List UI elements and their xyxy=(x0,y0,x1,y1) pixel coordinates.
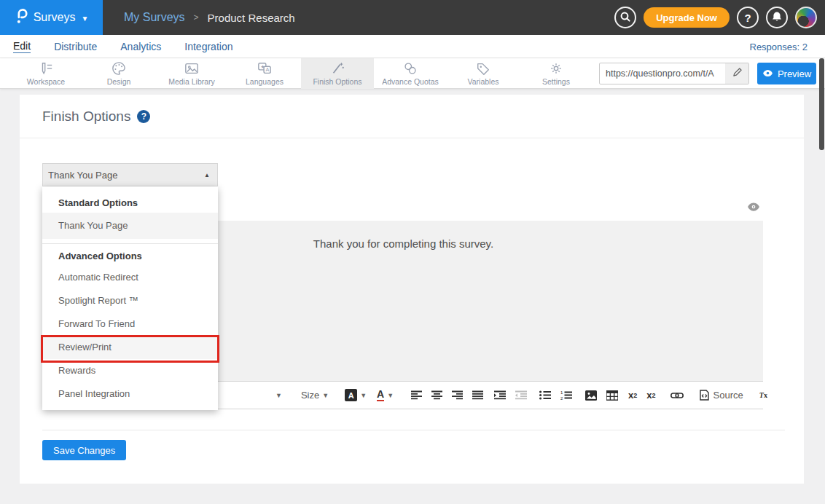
subscript-button[interactable]: x2 xyxy=(628,386,637,405)
breadcrumb-current: Product Research xyxy=(208,12,295,24)
chevron-up-icon: ▲ xyxy=(204,172,210,178)
justify-button[interactable] xyxy=(472,386,483,405)
align-left-button[interactable] xyxy=(411,386,422,405)
tab-integration[interactable]: Integration xyxy=(184,41,232,52)
panel-header: Finish Options ? xyxy=(20,95,804,138)
ribbon-settings[interactable]: Settings xyxy=(520,58,593,89)
menu-item-automatic-redirect[interactable]: Automatic Redirect xyxy=(42,266,218,289)
preview-label: Preview xyxy=(778,68,811,79)
menu-item-panel-integration[interactable]: Panel Integration xyxy=(42,382,218,406)
page-scrollbar-thumb[interactable] xyxy=(819,58,824,150)
section-divider xyxy=(42,430,785,430)
menu-item-forward-to-friend[interactable]: Forward To Friend xyxy=(42,312,218,336)
tab-analytics[interactable]: Analytics xyxy=(120,41,161,52)
ribbon-advance-quotas[interactable]: Advance Quotas xyxy=(374,58,447,89)
menu-item-spotlight-report[interactable]: Spotlight Report ™ xyxy=(42,289,218,312)
help-badge-icon[interactable]: ? xyxy=(137,110,150,123)
finish-option-select[interactable]: Thank You Page ▲ xyxy=(42,163,218,186)
edit-url-button[interactable] xyxy=(725,63,748,84)
bulleted-list-button[interactable] xyxy=(539,386,551,405)
ribbon-variables[interactable]: Variables xyxy=(447,58,520,89)
indent-increase-button[interactable] xyxy=(494,386,506,405)
ribbon-finish-options[interactable]: Finish Options xyxy=(301,58,374,89)
indent-decrease-button[interactable] xyxy=(515,386,527,405)
ribbon-design[interactable]: Design xyxy=(82,58,155,89)
menu-item-review-print[interactable]: Review/Print xyxy=(42,336,218,359)
menu-item-thank-you-page[interactable]: Thank You Page xyxy=(42,213,218,239)
questionpro-logo-icon xyxy=(15,8,28,27)
svg-text:1: 1 xyxy=(560,390,563,395)
upgrade-now-button[interactable]: Upgrade Now xyxy=(644,7,730,28)
brand-label: Surveys xyxy=(34,11,76,24)
user-avatar[interactable] xyxy=(795,7,817,28)
ribbon-advance-quotas-label: Advance Quotas xyxy=(382,77,439,86)
edit-ribbon: Workspace Design Media Library ★A Langua… xyxy=(0,58,825,89)
editor-body-text: Thank you for completing this survey. xyxy=(313,237,493,250)
save-changes-button[interactable]: Save Changes xyxy=(42,440,126,460)
svg-text:★: ★ xyxy=(261,64,265,69)
preview-button[interactable]: Preview xyxy=(757,63,816,84)
background-color-button[interactable]: A ▼ xyxy=(345,386,367,405)
menu-group-advanced: Advanced Options xyxy=(42,247,218,266)
ribbon-languages[interactable]: ★A Languages xyxy=(228,58,301,89)
bell-icon xyxy=(771,11,783,25)
breadcrumb: My Surveys > Product Research xyxy=(124,0,295,35)
ribbon-media-library-label: Media Library xyxy=(168,77,215,86)
source-button[interactable]: Source xyxy=(700,386,743,405)
responses-count[interactable]: Responses: 2 xyxy=(750,35,808,58)
survey-url-field[interactable]: https://questionpro.com/t/A xyxy=(599,63,749,84)
search-icon xyxy=(619,11,631,25)
gear-icon xyxy=(548,61,564,76)
product-switcher[interactable]: Surveys ▼ xyxy=(0,0,103,35)
chevron-down-icon: ▼ xyxy=(322,392,329,399)
help-button[interactable]: ? xyxy=(737,7,759,28)
eye-icon xyxy=(762,68,773,79)
insert-image-button[interactable] xyxy=(585,386,597,405)
chevron-down-icon: ▼ xyxy=(387,392,394,399)
translate-icon: ★A xyxy=(257,61,273,76)
workspace-icon xyxy=(38,61,54,76)
text-color-button[interactable]: A ▼ xyxy=(377,386,394,405)
ribbon-items: Workspace Design Media Library ★A Langua… xyxy=(9,58,593,89)
ribbon-workspace-label: Workspace xyxy=(27,77,65,86)
ribbon-settings-label: Settings xyxy=(542,77,570,86)
ribbon-languages-label: Languages xyxy=(246,77,284,86)
font-dropdown[interactable]: ▼ xyxy=(273,386,282,405)
ribbon-variables-label: Variables xyxy=(468,77,499,86)
finish-option-select-value: Thank You Page xyxy=(43,170,117,181)
chevron-down-icon: ▼ xyxy=(81,15,88,23)
notifications-button[interactable] xyxy=(766,7,788,28)
search-button[interactable] xyxy=(614,7,636,28)
size-dropdown[interactable]: Size ▼ xyxy=(301,386,329,405)
survey-url-value[interactable]: https://questionpro.com/t/A xyxy=(600,63,725,84)
insert-table-button[interactable] xyxy=(606,386,618,405)
editor-preview-eye-icon[interactable] xyxy=(747,202,760,212)
align-center-button[interactable] xyxy=(431,386,442,405)
remove-format-button[interactable]: Tx xyxy=(759,386,767,405)
superscript-button[interactable]: x2 xyxy=(646,386,655,405)
question-mark-icon: ? xyxy=(744,12,751,24)
breadcrumb-my-surveys[interactable]: My Surveys xyxy=(124,11,185,24)
chevron-down-icon: ▼ xyxy=(360,392,367,399)
menu-item-rewards[interactable]: Rewards xyxy=(42,359,218,382)
ribbon-design-label: Design xyxy=(107,77,131,86)
page-title: Finish Options xyxy=(42,109,130,125)
topbar-actions: Upgrade Now ? xyxy=(614,0,817,35)
finish-option-menu: Standard Options Thank You Page Advanced… xyxy=(42,186,218,410)
ribbon-media-library[interactable]: Media Library xyxy=(155,58,228,89)
section-tabs: Edit Distribute Analytics Integration Re… xyxy=(0,35,825,58)
tab-edit[interactable]: Edit xyxy=(13,40,31,53)
palette-icon xyxy=(111,61,127,76)
menu-group-standard: Standard Options xyxy=(42,194,218,213)
numbered-list-button[interactable]: 12 xyxy=(560,386,572,405)
app-window: Surveys ▼ My Surveys > Product Research … xyxy=(0,0,825,504)
align-right-button[interactable] xyxy=(452,386,463,405)
ribbon-workspace[interactable]: Workspace xyxy=(9,58,82,89)
image-icon xyxy=(184,61,200,76)
svg-text:2: 2 xyxy=(560,396,563,400)
bgcolor-icon: A xyxy=(345,389,357,401)
tab-distribute[interactable]: Distribute xyxy=(54,41,97,52)
magic-wand-icon xyxy=(329,61,345,76)
menu-divider xyxy=(42,243,218,244)
insert-link-button[interactable] xyxy=(670,386,684,405)
